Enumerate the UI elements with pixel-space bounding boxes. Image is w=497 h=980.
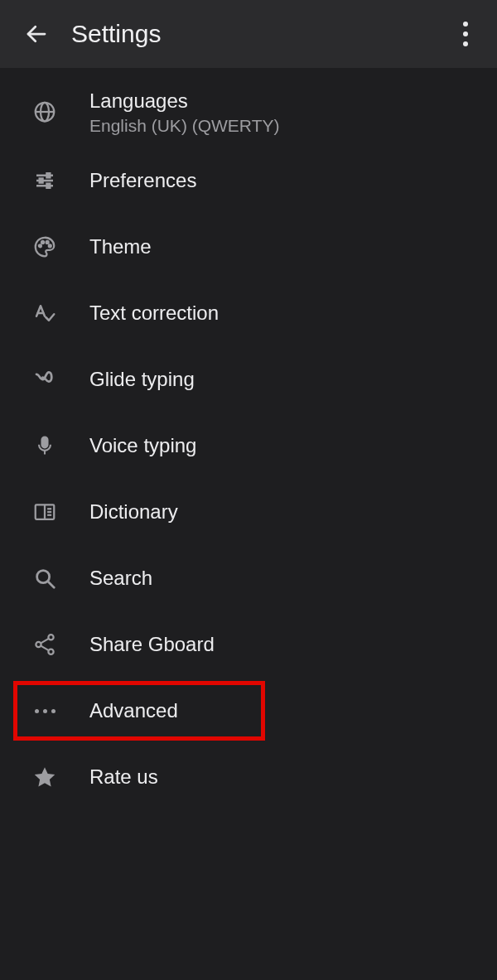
svg-point-26 (48, 649, 53, 654)
book-icon (28, 500, 61, 524)
svg-line-27 (41, 639, 49, 644)
item-title: Theme (89, 234, 152, 260)
item-title: Dictionary (89, 499, 178, 525)
svg-point-11 (41, 241, 44, 244)
svg-point-25 (36, 642, 41, 647)
svg-rect-15 (42, 437, 48, 448)
svg-rect-8 (40, 179, 43, 183)
item-languages[interactable]: Languages English (UK) (QWERTY) (0, 76, 497, 147)
item-subtitle: English (UK) (QWERTY) (89, 116, 279, 136)
more-vert-icon (463, 22, 468, 46)
item-title: Advanced (89, 698, 178, 724)
svg-point-13 (49, 245, 51, 248)
item-advanced[interactable]: Advanced (0, 678, 497, 744)
svg-point-12 (46, 241, 49, 244)
svg-rect-9 (47, 184, 51, 188)
page-title: Settings (71, 20, 449, 48)
item-theme[interactable]: Theme (0, 214, 497, 280)
star-icon (28, 765, 61, 789)
item-search[interactable]: Search (0, 545, 497, 611)
item-share-gboard[interactable]: Share Gboard (0, 611, 497, 678)
item-dictionary[interactable]: Dictionary (0, 479, 497, 545)
app-bar: Settings (0, 0, 497, 68)
item-title: Glide typing (89, 366, 195, 393)
svg-rect-7 (47, 174, 51, 178)
item-title: Preferences (89, 167, 196, 194)
arrow-back-icon (24, 22, 49, 46)
svg-line-23 (48, 582, 55, 588)
item-title: Voice typing (89, 432, 196, 459)
spellcheck-icon (28, 301, 61, 326)
gesture-icon (28, 367, 61, 392)
item-title: Search (89, 565, 152, 591)
item-title: Rate us (89, 764, 158, 790)
item-voice-typing[interactable]: Voice typing (0, 413, 497, 479)
settings-list: Languages English (UK) (QWERTY) Preferen… (0, 68, 497, 810)
item-text-correction[interactable]: Text correction (0, 280, 497, 346)
palette-icon (28, 234, 61, 259)
svg-point-24 (48, 635, 53, 640)
more-horiz-icon (28, 709, 61, 713)
globe-icon (28, 99, 61, 124)
item-title: Text correction (89, 300, 219, 326)
search-icon (28, 566, 61, 591)
tune-icon (28, 168, 61, 193)
item-preferences[interactable]: Preferences (0, 147, 497, 214)
overflow-menu-button[interactable] (449, 17, 482, 51)
item-rate-us[interactable]: Rate us (0, 744, 497, 810)
svg-point-10 (39, 245, 41, 248)
share-icon (28, 632, 61, 657)
back-button[interactable] (20, 17, 53, 51)
item-title: Languages (89, 88, 279, 114)
item-glide-typing[interactable]: Glide typing (0, 346, 497, 413)
svg-line-28 (41, 646, 49, 651)
item-title: Share Gboard (89, 631, 215, 658)
mic-icon (28, 434, 61, 457)
